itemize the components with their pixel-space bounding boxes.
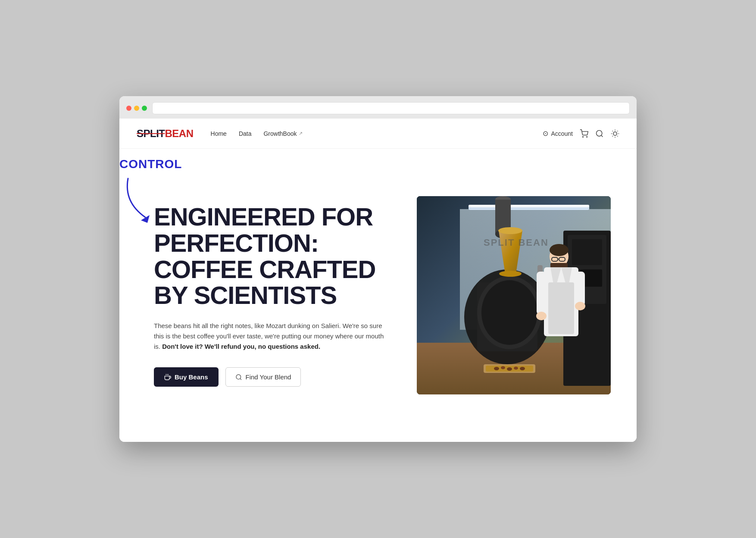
svg-line-18 [240,378,241,380]
find-blend-button[interactable]: Find Your Blend [225,367,301,387]
nav-links: Home Data GrowthBook ↗ [211,130,543,137]
hero-content: ENGINEERED FOR PERFECTION: COFFEE CRAFTE… [154,204,391,387]
website: SPLITBEAN Home Data GrowthBook ↗ ⊙ Accou… [119,119,637,442]
hero-desc-bold: Don't love it? We'll refund you, no ques… [162,343,320,350]
svg-point-33 [494,367,499,370]
logo[interactable]: SPLITBEAN [137,128,194,140]
account-button[interactable]: ⊙ Account [543,129,573,138]
svg-point-0 [583,136,584,137]
traffic-lights [126,106,147,111]
account-icon: ⊙ [543,129,548,138]
control-arrow [119,176,158,224]
logo-bean-text: BEAN [165,128,194,139]
cart-button[interactable] [580,129,588,138]
roastery-illustration: SPLIT BEAN [417,196,611,394]
svg-rect-23 [469,205,589,207]
find-blend-label: Find Your Blend [246,373,291,381]
hero-description: These beans hit all the right notes, lik… [154,321,391,352]
svg-rect-61 [548,282,574,334]
hero-section: CONTROL ENGINEERED FOR PERFECTION: COFFE… [119,149,637,442]
svg-text:SPLIT BEAN: SPLIT BEAN [484,237,549,248]
search-button[interactable] [595,129,604,138]
svg-point-35 [507,367,512,371]
svg-line-8 [617,136,618,136]
buy-beans-label: Buy Beans [175,373,208,381]
svg-point-59 [536,312,547,320]
svg-point-37 [520,367,525,370]
logo-split-text: SPLIT [137,128,165,139]
svg-point-30 [481,280,537,345]
url-bar[interactable] [152,102,630,114]
navbar: SPLITBEAN Home Data GrowthBook ↗ ⊙ Accou… [119,119,637,149]
svg-line-3 [601,135,603,137]
external-link-icon: ↗ [299,131,303,136]
nav-growthbook[interactable]: GrowthBook ↗ [263,130,302,137]
minimize-button[interactable] [134,106,139,111]
svg-point-52 [550,244,569,256]
svg-point-4 [613,131,617,135]
browser-chrome [119,96,637,119]
svg-point-36 [514,367,518,370]
hero-title: ENGINEERED FOR PERFECTION: COFFEE CRAFTE… [154,204,391,309]
control-annotation: CONTROL [119,157,182,225]
hero-buttons: Buy Beans Find Your Blend [154,367,391,387]
nav-home[interactable]: Home [211,130,227,137]
svg-marker-13 [141,215,150,223]
svg-rect-57 [537,272,546,315]
svg-point-39 [498,227,522,234]
nav-actions: ⊙ Account [543,129,619,138]
nav-data[interactable]: Data [239,130,252,137]
buy-beans-button[interactable]: Buy Beans [154,367,219,387]
control-label: CONTROL [119,157,182,171]
coffee-icon [164,374,171,381]
svg-line-7 [612,131,613,131]
hero-image: SPLIT BEAN [417,196,611,394]
svg-point-2 [597,130,602,136]
svg-line-11 [612,136,613,136]
blend-icon [235,374,242,381]
svg-rect-46 [572,239,602,265]
browser-window: SPLITBEAN Home Data GrowthBook ↗ ⊙ Accou… [119,96,637,442]
svg-point-17 [236,375,241,379]
svg-line-12 [617,131,618,131]
hero-image-bg: SPLIT BEAN [417,196,611,394]
svg-rect-58 [575,272,585,306]
svg-point-60 [575,302,585,310]
close-button[interactable] [126,106,131,111]
svg-point-1 [587,136,587,137]
maximize-button[interactable] [142,106,147,111]
svg-point-40 [499,271,522,277]
account-label: Account [551,130,573,137]
svg-point-34 [501,366,505,369]
theme-toggle[interactable] [611,129,619,138]
